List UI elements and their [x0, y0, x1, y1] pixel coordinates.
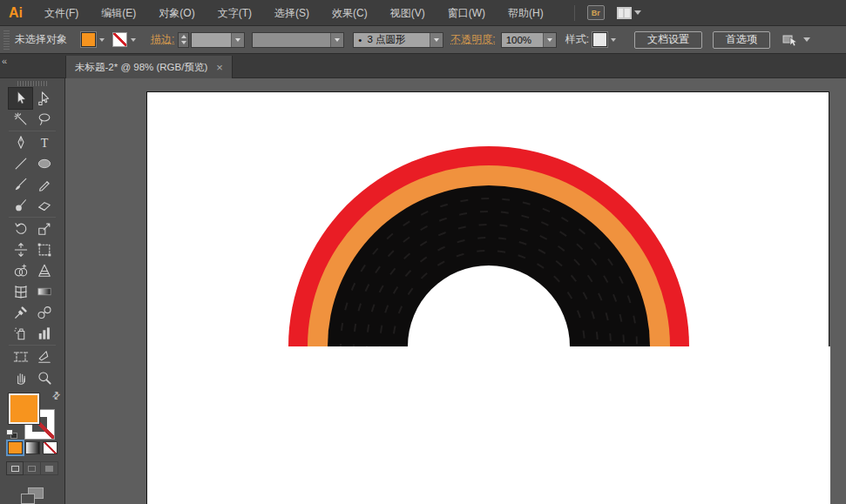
draw-behind-button[interactable]: [24, 461, 41, 475]
fill-color-indicator[interactable]: [9, 393, 39, 424]
direct-selection-tool[interactable]: [32, 88, 56, 109]
width-profile-combo[interactable]: [252, 32, 344, 48]
eyedropper-icon: [12, 304, 30, 321]
width-profile-value: [253, 33, 330, 47]
width-tool-tool[interactable]: [9, 239, 32, 260]
zoom-tool[interactable]: [32, 367, 56, 388]
tab-bar: « 未标题-2* @ 98% (RGB/预览) ×: [0, 54, 846, 78]
brush-definition-combo[interactable]: • 3 点圆形: [353, 32, 443, 48]
selection-tool[interactable]: [9, 88, 32, 109]
opacity-combo[interactable]: 100%: [501, 32, 557, 48]
perspective-grid-tool[interactable]: [32, 260, 56, 281]
paintbrush-tool[interactable]: [9, 174, 32, 195]
default-fill-stroke-icon[interactable]: [6, 429, 17, 439]
preferences-button[interactable]: 首选项: [713, 31, 770, 49]
fill-stroke-widget: ⇄: [7, 392, 58, 437]
mesh-tool[interactable]: [9, 281, 32, 302]
draw-normal-button[interactable]: [6, 461, 24, 475]
workspace-switcher-button[interactable]: [617, 7, 641, 19]
rainbow-artwork[interactable]: [147, 92, 830, 504]
eyedropper-tool[interactable]: [9, 302, 32, 323]
stroke-panel-link[interactable]: 描边:: [151, 32, 174, 47]
chevron-down-icon[interactable]: [543, 33, 556, 47]
line-segment-tool[interactable]: [9, 153, 32, 174]
gradient-button[interactable]: [25, 441, 40, 454]
free-transform-tool[interactable]: [32, 239, 56, 260]
workspace-grid-icon: [617, 7, 632, 19]
stroke-color-swatch[interactable]: [112, 32, 127, 47]
chevron-down-icon[interactable]: [430, 33, 443, 47]
color-button[interactable]: [8, 441, 23, 454]
scale-icon: [36, 220, 53, 238]
pen-tool[interactable]: [9, 132, 32, 153]
zoom-icon: [36, 369, 53, 386]
slice-tool[interactable]: [32, 346, 56, 367]
column-graph-icon: [36, 325, 53, 342]
tools-panel-grip[interactable]: [17, 81, 47, 86]
tools-panel: T ⇄: [0, 78, 65, 504]
close-tab-icon[interactable]: ×: [216, 61, 223, 74]
chevron-down-icon: [634, 10, 641, 15]
pencil-icon: [36, 176, 53, 193]
none-button[interactable]: [43, 441, 58, 454]
menu-item[interactable]: 文件(F): [33, 0, 90, 26]
gradient-tool[interactable]: [32, 281, 56, 302]
rotate-icon: [12, 220, 30, 238]
stroke-weight-stepper[interactable]: [178, 32, 189, 48]
document-setup-button[interactable]: 文档设置: [634, 31, 702, 49]
document-tab[interactable]: 未标题-2* @ 98% (RGB/预览) ×: [65, 56, 233, 78]
change-screen-mode-button[interactable]: [21, 487, 44, 504]
type-tool[interactable]: T: [32, 132, 56, 153]
stroke-weight-combo[interactable]: [191, 32, 245, 48]
slice-icon: [36, 348, 53, 366]
symbol-sprayer-tool[interactable]: [9, 323, 32, 344]
column-graph-tool[interactable]: [32, 323, 56, 344]
artboard[interactable]: [146, 91, 829, 504]
go-to-bridge-button[interactable]: Br: [587, 5, 605, 20]
direct-selection-icon: [36, 90, 53, 107]
pencil-tool[interactable]: [32, 174, 56, 195]
panel-grip[interactable]: [3, 30, 10, 50]
menu-item[interactable]: 编辑(E): [90, 0, 147, 26]
draw-inside-button[interactable]: [41, 461, 58, 475]
ellipse-tool[interactable]: [32, 153, 56, 174]
menu-item[interactable]: 文字(T): [206, 0, 263, 26]
artboard-tool-tool[interactable]: [9, 346, 32, 367]
brush-dot-icon: •: [358, 35, 362, 45]
shape-builder-tool[interactable]: [9, 260, 32, 281]
svg-text:T: T: [40, 136, 48, 150]
blend-tool[interactable]: [32, 302, 56, 323]
menu-bar: Ai 文件(F)编辑(E)对象(O)文字(T)选择(S)效果(C)视图(V)窗口…: [0, 0, 846, 26]
hand-tool[interactable]: [9, 367, 32, 388]
rotate-tool[interactable]: [9, 218, 32, 239]
menu-item[interactable]: 对象(O): [147, 0, 206, 26]
selection-icon: [12, 90, 30, 107]
fill-color-dropdown[interactable]: [96, 32, 107, 47]
scale-tool[interactable]: [32, 218, 56, 239]
chevron-down-icon[interactable]: [330, 33, 343, 47]
magic-wand-tool[interactable]: [9, 109, 32, 130]
chevron-down-icon[interactable]: [231, 33, 244, 47]
eraser-tool[interactable]: [32, 195, 56, 216]
fill-color-swatch[interactable]: [81, 32, 96, 47]
perspective-grid-icon: [36, 262, 53, 279]
select-similar-objects-icon: [782, 33, 800, 47]
stroke-color-dropdown[interactable]: [127, 32, 139, 47]
menu-item[interactable]: 效果(C): [321, 0, 379, 26]
collapse-panels-button[interactable]: «: [0, 54, 65, 77]
style-swatch[interactable]: [592, 32, 607, 47]
blob-brush-tool[interactable]: [9, 195, 32, 216]
blend-icon: [36, 304, 53, 321]
lasso-tool[interactable]: [32, 109, 56, 130]
lasso-icon: [36, 111, 53, 128]
opacity-panel-link[interactable]: 不透明度:: [450, 32, 495, 47]
canvas-pasteboard[interactable]: [65, 78, 846, 504]
swap-fill-stroke-icon[interactable]: ⇄: [50, 388, 64, 402]
select-similar-objects-button[interactable]: [782, 33, 810, 47]
menu-item[interactable]: 视图(V): [379, 0, 437, 26]
menu-items: 文件(F)编辑(E)对象(O)文字(T)选择(S)效果(C)视图(V)窗口(W)…: [33, 0, 555, 26]
menu-item[interactable]: 选择(S): [263, 0, 321, 26]
menu-item[interactable]: 帮助(H): [497, 0, 555, 26]
menu-item[interactable]: 窗口(W): [437, 0, 497, 26]
style-dropdown[interactable]: [607, 32, 619, 47]
